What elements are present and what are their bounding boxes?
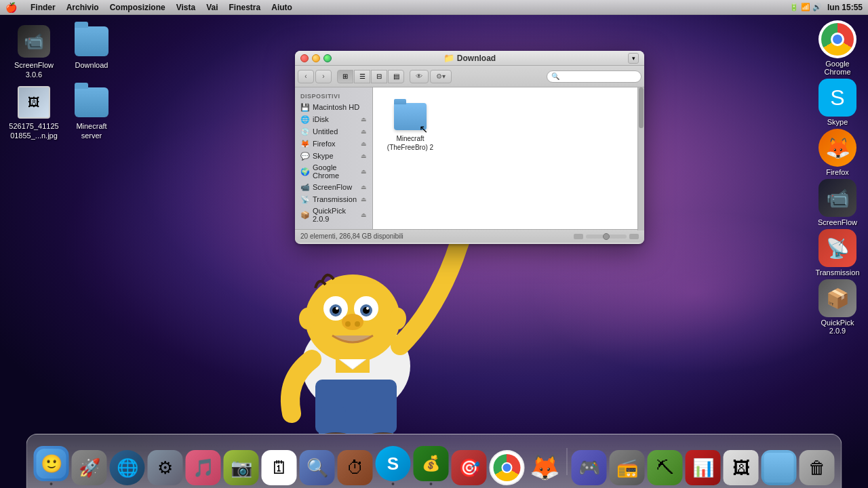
sidebar-scrollbar-track[interactable]	[637, 87, 644, 230]
idisk-eject[interactable]: ⏏	[361, 116, 367, 123]
finder-sidebar: DISPOSITIVI 💾 Macintosh HD 🌐 iDisk ⏏ 💿 U…	[295, 87, 373, 229]
dock-itunes-icon: 🎵	[186, 450, 221, 485]
download-folder-icon	[74, 24, 109, 59]
dock-trash[interactable]: 🗑	[800, 450, 835, 485]
column-view-button[interactable]: ⊟	[371, 70, 387, 83]
sidebar-macintosh-hd[interactable]: 💾 Macintosh HD	[295, 101, 372, 113]
dock-target[interactable]: 🎯	[452, 450, 487, 485]
minecraft-server-label: Minecraftserver	[76, 121, 106, 141]
dock-preview[interactable]: 🖼	[724, 450, 759, 485]
desktop-icon-image[interactable]: 🖼 526175_4112501855_...n.jpg	[7, 85, 61, 141]
menubar-icons: 🔋 📶 🔊	[789, 3, 822, 12]
sidebar-chrome[interactable]: 🌍 Google Chrome ⏏	[295, 162, 372, 181]
menubar-archivio[interactable]: Archivio	[61, 3, 104, 12]
dock-acrobat[interactable]: 📊	[686, 450, 721, 485]
quickpick-eject[interactable]: ⏏	[361, 211, 367, 218]
skype-icon: S	[818, 79, 856, 117]
skype-app-icon[interactable]: S Skype	[814, 79, 861, 126]
minimize-button[interactable]	[312, 54, 320, 62]
zoom-slider-thumb[interactable]	[603, 233, 610, 240]
forward-button[interactable]: ›	[315, 70, 332, 83]
menubar-aiuto[interactable]: Aiuto	[266, 3, 298, 12]
sidebar-scrollbar-thumb[interactable]	[639, 87, 644, 128]
transmission-app-icon[interactable]: 📡 Transmission	[814, 229, 861, 277]
firefox-app-icon[interactable]: 🦊 Firefox	[814, 129, 861, 176]
chrome-sidebar-icon: 🌍	[300, 167, 310, 176]
dock-world-clock[interactable]: 🌐	[110, 450, 145, 485]
screenflow-app-icon-img: 📹	[818, 179, 856, 217]
dock-system-prefs[interactable]: ⚙	[148, 450, 183, 485]
chrome-eject[interactable]: ⏏	[361, 168, 367, 175]
menubar-composizione[interactable]: Composizione	[104, 3, 171, 12]
dock-sysprefs-icon: ⚙	[148, 450, 183, 485]
action-button[interactable]: ⚙▾	[430, 70, 452, 83]
firefox-eject[interactable]: ⏏	[361, 140, 367, 147]
folder-icon-shape	[394, 103, 427, 130]
zoom-out-button[interactable]	[574, 234, 583, 239]
list-view-button[interactable]: ☰	[354, 70, 370, 83]
desktop-icon-minecraft[interactable]: Minecraftserver	[64, 85, 119, 141]
dock-chrome-dock[interactable]	[490, 450, 525, 485]
dock-launchpad-icon: 🚀	[72, 450, 107, 485]
close-button[interactable]	[300, 54, 309, 62]
sidebar-untitled[interactable]: 💿 Untitled ⏏	[295, 125, 372, 138]
menubar-finestra[interactable]: Finestra	[224, 3, 267, 12]
finder-status-text: 20 elementi, 286,84 GB disponibili	[300, 232, 403, 240]
quickpick-app-icon[interactable]: 📦 QuickPick 2.0.9	[814, 279, 861, 335]
screenflow-eject[interactable]: ⏏	[361, 184, 367, 190]
svg-point-24	[390, 308, 406, 329]
dock-itunes[interactable]: 🎵	[186, 450, 221, 485]
dock-spotlight[interactable]: 🔍	[300, 450, 335, 485]
desktop-icon-screenflow[interactable]: 📹 ScreenFlow3.0.6	[7, 24, 61, 80]
finder-main-content: ↖ Minecraft(TheFreeBro) 2	[373, 87, 644, 229]
desktop-icon-download[interactable]: Download	[64, 24, 119, 70]
dock-ical-icon: 🗓	[262, 450, 297, 485]
dock-stock[interactable]: 💰	[414, 446, 449, 485]
dock-minecraft-dock[interactable]: ⛏	[648, 450, 683, 485]
zoom-slider-track[interactable]	[586, 235, 627, 239]
untitled-eject[interactable]: ⏏	[361, 128, 367, 135]
dock-finder[interactable]: 🙂	[34, 446, 69, 485]
desktop: 🍎 Finder Archivio Composizione Vista Vai…	[0, 0, 868, 488]
right-apps-panel: Google Chrome S Skype 🦊 Firefox 📹 Screen…	[814, 20, 861, 335]
dock-trash-icon: 🗑	[800, 450, 835, 485]
svg-point-20	[342, 314, 363, 330]
image-file-icon: 🖼	[16, 85, 52, 120]
dock-skype-dock[interactable]: S	[376, 446, 411, 485]
transmission-label: Transmission	[816, 268, 860, 277]
untitled-icon: 💿	[300, 127, 310, 136]
skype-eject[interactable]: ⏏	[361, 152, 367, 159]
sidebar-screenflow[interactable]: 📹 ScreenFlow ⏏	[295, 181, 372, 193]
dock-joystick[interactable]: 🎮	[572, 450, 607, 485]
menubar-vista[interactable]: Vista	[171, 3, 201, 12]
zoom-in-button[interactable]	[629, 234, 639, 239]
icon-view-button[interactable]: ⊞	[337, 70, 353, 83]
search-box[interactable]: 🔍	[547, 70, 642, 83]
sidebar-skype[interactable]: 💬 Skype ⏏	[295, 150, 372, 162]
cover-flow-button[interactable]: ▤	[388, 70, 404, 83]
menubar-vai[interactable]: Vai	[201, 3, 223, 12]
zoom-button[interactable]	[323, 54, 332, 62]
sidebar-transmission[interactable]: 📡 Transmission ⏏	[295, 193, 372, 205]
screenflow-app-icon[interactable]: 📹 ScreenFlow	[814, 179, 861, 226]
transmission-eject[interactable]: ⏏	[361, 196, 367, 203]
minimize-icon[interactable]: ▾	[628, 53, 639, 64]
sidebar-quickpick[interactable]: 📦 QuickPick 2.0.9 ⏏	[295, 205, 372, 224]
back-button[interactable]: ‹	[298, 70, 314, 83]
eye-button[interactable]: 👁	[410, 70, 429, 83]
dock-ical[interactable]: 🗓	[262, 450, 297, 485]
minecraft-folder-item[interactable]: ↖ Minecraft(TheFreeBro) 2	[383, 98, 437, 155]
dock-downloads-dock[interactable]	[762, 450, 797, 485]
dock-timemachine[interactable]: ⏱	[338, 450, 373, 485]
dock-radio[interactable]: 📻	[610, 450, 645, 485]
finder-statusbar: 20 elementi, 286,84 GB disponibili	[295, 229, 644, 243]
apple-menu[interactable]: 🍎	[5, 2, 17, 13]
sidebar-firefox[interactable]: 🦊 Firefox ⏏	[295, 138, 372, 150]
idisk-icon: 🌐	[300, 115, 310, 124]
dock-launchpad[interactable]: 🚀	[72, 450, 107, 485]
menubar-finder[interactable]: Finder	[25, 3, 61, 12]
sidebar-idisk[interactable]: 🌐 iDisk ⏏	[295, 113, 372, 125]
dock-iphoto[interactable]: 📷	[224, 450, 259, 485]
chrome-app-icon[interactable]: Google Chrome	[814, 20, 861, 76]
dock-firefox-dock[interactable]: 🦊	[528, 450, 563, 485]
